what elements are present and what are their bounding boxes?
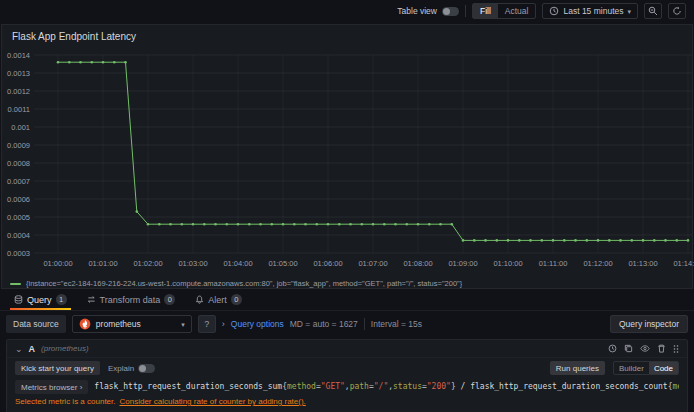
warning-rate-link[interactable]: Consider calculating rate of counter by … [120, 397, 306, 406]
query-datasource-hint: (prometheus) [41, 344, 89, 353]
x-axis-tick-label: 01:10:00 [493, 259, 522, 268]
query-options-footer[interactable]: › Options Legend: Auto Format: Time seri… [7, 407, 687, 412]
series-point [226, 223, 229, 226]
datasource-row: Data source prometheus ▾ ? › Query optio… [0, 311, 694, 337]
series-point [293, 223, 296, 226]
explain-switch[interactable] [138, 364, 155, 373]
clock-icon [549, 6, 559, 16]
x-axis-tick-label: 01:04:00 [223, 259, 252, 268]
datasource-name: prometheus [96, 319, 176, 329]
series-point [664, 239, 667, 242]
time-range-label: Last 15 minutes [563, 6, 623, 16]
table-view-switch[interactable] [442, 7, 459, 16]
kick-start-query-button[interactable]: Kick start your query [15, 361, 100, 375]
series-point [619, 239, 622, 242]
legend-series-label[interactable]: {instance="ec2-184-169-216-224.us-west-1… [26, 279, 462, 288]
run-queries-button[interactable]: Run queries [550, 361, 605, 375]
tab-query[interactable]: Query 1 [6, 289, 75, 310]
datasource-label: Data source [6, 315, 66, 333]
series-point [338, 223, 341, 226]
series-point [439, 223, 442, 226]
series-point [203, 223, 206, 226]
x-axis-tick-label: 01:08:00 [403, 259, 432, 268]
time-range-picker[interactable]: Last 15 minutes ▾ [542, 3, 638, 19]
series-point [147, 223, 150, 226]
series-point [316, 223, 319, 226]
y-axis-tick-label: 0.0005 [7, 213, 30, 222]
metrics-browser-button[interactable]: Metrics browser › [15, 380, 88, 394]
y-axis-tick-label: 0.0012 [7, 87, 30, 96]
code-option[interactable]: Code [649, 362, 678, 374]
query-row-header[interactable]: ⌄ A (prometheus) [7, 340, 687, 358]
builder-option[interactable]: Builder [614, 362, 649, 374]
fill-actual-group: Fill Actual [472, 3, 536, 19]
series-point [462, 239, 465, 242]
editor-tabs: Query 1 Transform data 0 Alert 0 [0, 289, 694, 311]
series-point [597, 239, 600, 242]
promql-expression-input[interactable]: flask_http_request_duration_seconds_sum{… [94, 380, 679, 394]
y-axis-tick-label: 0.0003 [7, 249, 30, 258]
zoom-out-button[interactable] [644, 3, 662, 19]
collapse-chevron-icon[interactable]: ⌄ [15, 344, 23, 354]
series-point [608, 239, 611, 242]
y-axis-tick-label: 0.0013 [7, 69, 30, 78]
tab-alert-count: 0 [231, 294, 242, 305]
legend-series-swatch[interactable] [10, 283, 21, 285]
series-point [91, 61, 94, 64]
warning-text: Selected metric is a counter. [15, 397, 116, 406]
series-point [282, 223, 285, 226]
x-axis-tick-label: 01:01:00 [88, 259, 117, 268]
refresh-button[interactable] [668, 3, 686, 19]
tab-transform-count: 0 [164, 294, 175, 305]
promql-string: "/" [374, 382, 388, 391]
series-point [169, 223, 172, 226]
tab-alert[interactable]: Alert 0 [187, 289, 250, 310]
query-toolbar: Kick start your query Explain Run querie… [7, 358, 687, 378]
query-options-md: MD = auto = 1627 [290, 319, 358, 329]
copy-icon[interactable] [624, 344, 633, 353]
promql-string: "GET" [321, 382, 345, 391]
panel-title[interactable]: Flask App Endpoint Latency [2, 25, 692, 47]
series-point [642, 239, 645, 242]
query-inspector-button[interactable]: Query inspector [610, 315, 688, 333]
series-point [428, 223, 431, 226]
series-point [237, 223, 240, 226]
drag-handle-icon[interactable] [673, 344, 679, 354]
x-axis-tick-label: 01:12:00 [583, 259, 612, 268]
series-point [327, 223, 330, 226]
x-axis-tick-label: 01:03:00 [178, 259, 207, 268]
series-point [361, 223, 364, 226]
query-options-divider [364, 318, 365, 330]
promql-label: method [287, 382, 316, 391]
x-axis-tick-label: 01:05:00 [268, 259, 297, 268]
series-point [496, 239, 499, 242]
caret-down-icon: ▾ [627, 8, 631, 15]
topbar: Table view Fill Actual Last 15 minutes ▾ [0, 0, 694, 22]
series-point [124, 61, 127, 64]
trash-icon[interactable] [657, 344, 666, 353]
series-point [541, 239, 544, 242]
x-axis-tick-label: 01:09:00 [448, 259, 477, 268]
eye-icon[interactable] [640, 344, 650, 353]
series-point [113, 61, 116, 64]
query-ref-id: A [29, 344, 36, 354]
fill-option[interactable]: Fill [473, 4, 498, 18]
x-axis-tick-label: 01:14:00 [673, 259, 694, 268]
series-point [79, 61, 82, 64]
series-point [372, 223, 375, 226]
datasource-picker[interactable]: prometheus ▾ [72, 315, 192, 333]
latency-chart-plot[interactable]: 0.00030.00040.00050.00060.00070.00080.00… [2, 47, 694, 277]
series-point [57, 61, 60, 64]
topbar-divider [465, 5, 466, 17]
actual-option[interactable]: Actual [498, 4, 536, 18]
tab-transform-data[interactable]: Transform data 0 [79, 289, 184, 310]
query-options-toggle[interactable]: Query options [231, 319, 284, 329]
x-axis-tick-label: 01:07:00 [358, 259, 387, 268]
promql-metric: flask_http_request_duration_seconds_sum [94, 382, 282, 391]
series-point [518, 239, 521, 242]
datasource-help-button[interactable]: ? [198, 315, 216, 333]
history-icon[interactable] [608, 344, 617, 353]
tab-transform-label: Transform data [100, 295, 161, 305]
series-point [484, 239, 487, 242]
y-axis-tick-label: 0.0004 [7, 231, 30, 240]
